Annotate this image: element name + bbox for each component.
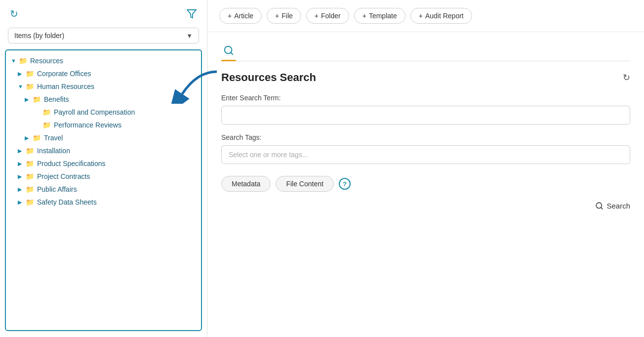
tab-bar bbox=[221, 40, 630, 61]
tree-item-corporate-offices[interactable]: ▶ 📁 Corporate Offices bbox=[8, 67, 199, 80]
filter-row: Metadata File Content ? bbox=[221, 176, 630, 192]
plus-icon: + bbox=[315, 12, 319, 20]
tree-item-human-resources[interactable]: ▼ 📁 Human Resources bbox=[8, 80, 199, 93]
filter-icon bbox=[186, 8, 197, 19]
tree-label-corporate-offices: Corporate Offices bbox=[37, 70, 91, 78]
folder-icon: 📁 bbox=[26, 198, 34, 206]
add-file-button[interactable]: + File bbox=[267, 8, 301, 24]
tree-item-safety-data-sheets[interactable]: ▶ 📁 Safety Data Sheets bbox=[8, 196, 199, 209]
toggle-icon: ▶ bbox=[18, 186, 25, 193]
folder-tree: ▼ 📁 Resources ▶ 📁 Corporate Offices ▼ 📁 … bbox=[5, 49, 202, 331]
metadata-filter-button[interactable]: Metadata bbox=[221, 176, 271, 192]
toggle-icon: ▶ bbox=[18, 148, 25, 154]
tree-label-resources: Resources bbox=[30, 57, 63, 65]
add-file-label: File bbox=[282, 12, 293, 20]
chevron-down-icon: ▼ bbox=[186, 32, 193, 40]
plus-icon: + bbox=[275, 12, 279, 20]
tree-label-project-contracts: Project Contracts bbox=[37, 172, 90, 180]
tree-item-travel[interactable]: ▶ 📁 Travel bbox=[8, 131, 199, 144]
search-button-label: Search bbox=[606, 202, 630, 210]
tree-label-product-specifications: Product Specifications bbox=[37, 160, 106, 168]
tree-label-safety-data-sheets: Safety Data Sheets bbox=[37, 198, 97, 206]
search-icon bbox=[223, 45, 234, 56]
toggle-icon: ▶ bbox=[18, 71, 25, 77]
search-refresh-button[interactable]: ↻ bbox=[623, 72, 630, 83]
add-article-button[interactable]: + Article bbox=[219, 8, 262, 24]
tree-item-benefits[interactable]: ▶ 📁 Benefits bbox=[8, 93, 199, 106]
tree-item-payroll[interactable]: 📁 Payroll and Compensation bbox=[8, 106, 199, 119]
tree-item-product-specifications[interactable]: ▶ 📁 Product Specifications bbox=[8, 157, 199, 170]
file-content-filter-button[interactable]: File Content bbox=[276, 176, 333, 192]
refresh-icon: ↻ bbox=[10, 8, 18, 20]
plus-icon: + bbox=[362, 12, 366, 20]
plus-icon: + bbox=[419, 12, 423, 20]
toggle-icon: ▶ bbox=[18, 161, 25, 167]
folder-icon: 📁 bbox=[26, 185, 34, 193]
folder-icon: 📁 bbox=[42, 108, 51, 116]
folder-icon: 📁 bbox=[19, 57, 27, 65]
help-icon[interactable]: ? bbox=[339, 178, 351, 190]
toggle-icon: ▼ bbox=[11, 58, 18, 64]
tree-label-public-affairs: Public Affairs bbox=[37, 185, 77, 193]
folder-view-dropdown[interactable]: Items (by folder) ▼ bbox=[8, 28, 199, 43]
search-term-input[interactable] bbox=[221, 106, 630, 125]
search-button[interactable]: Search bbox=[595, 202, 630, 210]
add-article-label: Article bbox=[234, 12, 253, 20]
search-action-row: Search bbox=[221, 202, 630, 210]
sidebar: ↻ Items (by folder) ▼ ▼ 📁 Resources ▶ 📁 … bbox=[0, 0, 207, 337]
toolbar: + Article + File + Folder + Template + A… bbox=[207, 0, 644, 32]
search-panel: Resources Search ↻ Enter Search Term: Se… bbox=[221, 71, 630, 210]
tree-item-project-contracts[interactable]: ▶ 📁 Project Contracts bbox=[8, 170, 199, 183]
tree-label-benefits: Benefits bbox=[44, 95, 69, 103]
search-panel-title: Resources Search bbox=[221, 71, 316, 84]
search-icon-sm bbox=[595, 202, 604, 210]
add-template-button[interactable]: + Template bbox=[354, 8, 405, 24]
tree-item-performance-reviews[interactable]: 📁 Performance Reviews bbox=[8, 119, 199, 131]
filter-button[interactable] bbox=[184, 6, 199, 21]
search-tags-label: Search Tags: bbox=[221, 133, 630, 141]
content-area: Resources Search ↻ Enter Search Term: Se… bbox=[207, 32, 644, 337]
toggle-icon: ▶ bbox=[18, 199, 25, 206]
folder-icon: 📁 bbox=[26, 70, 34, 78]
folder-icon: 📁 bbox=[33, 134, 41, 142]
add-folder-button[interactable]: + Folder bbox=[306, 8, 349, 24]
folder-icon: 📁 bbox=[26, 172, 34, 180]
folder-icon: 📁 bbox=[26, 147, 34, 155]
svg-line-5 bbox=[601, 208, 603, 209]
add-audit-report-label: Audit Report bbox=[425, 12, 464, 20]
toggle-icon: ▶ bbox=[18, 173, 25, 180]
add-audit-report-button[interactable]: + Audit Report bbox=[410, 8, 472, 24]
svg-marker-0 bbox=[187, 10, 196, 18]
search-tags-select[interactable]: Select one or more tags... bbox=[221, 145, 630, 164]
tab-search[interactable] bbox=[221, 40, 236, 61]
svg-line-3 bbox=[231, 52, 233, 54]
refresh-icon: ↻ bbox=[623, 73, 630, 83]
folder-icon: 📁 bbox=[42, 121, 51, 129]
toggle-icon: ▼ bbox=[18, 84, 25, 89]
tree-item-public-affairs[interactable]: ▶ 📁 Public Affairs bbox=[8, 183, 199, 196]
search-term-label: Enter Search Term: bbox=[221, 94, 630, 102]
plus-icon: + bbox=[228, 12, 232, 20]
tree-label-travel: Travel bbox=[44, 134, 63, 142]
tags-placeholder: Select one or more tags... bbox=[229, 151, 308, 159]
folder-icon: 📁 bbox=[33, 95, 41, 103]
add-folder-label: Folder bbox=[321, 12, 341, 20]
tree-label-installation: Installation bbox=[37, 147, 70, 155]
tree-label-human-resources: Human Resources bbox=[37, 83, 94, 90]
add-template-label: Template bbox=[369, 12, 397, 20]
tree-label-performance-reviews: Performance Reviews bbox=[54, 121, 121, 129]
main-content: + Article + File + Folder + Template + A… bbox=[207, 0, 644, 337]
toggle-icon: ▶ bbox=[25, 96, 32, 103]
folder-icon: 📁 bbox=[26, 83, 34, 90]
tree-item-installation[interactable]: ▶ 📁 Installation bbox=[8, 144, 199, 157]
toggle-icon: ▶ bbox=[25, 135, 32, 141]
refresh-button[interactable]: ↻ bbox=[8, 6, 20, 22]
tree-item-resources[interactable]: ▼ 📁 Resources bbox=[8, 54, 199, 67]
dropdown-label: Items (by folder) bbox=[14, 32, 64, 40]
folder-icon: 📁 bbox=[26, 160, 34, 168]
sidebar-top-bar: ↻ bbox=[0, 6, 207, 28]
tree-label-payroll: Payroll and Compensation bbox=[54, 108, 135, 116]
search-panel-header: Resources Search ↻ bbox=[221, 71, 630, 84]
